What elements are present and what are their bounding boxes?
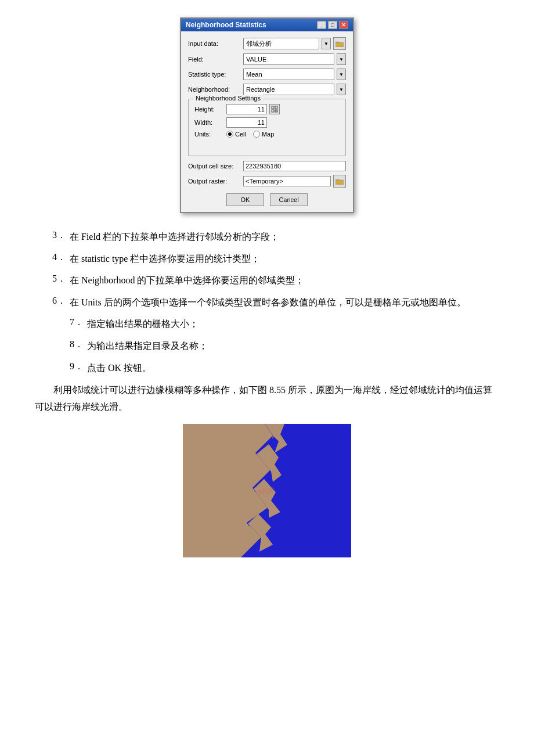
output-raster-input[interactable] (243, 176, 331, 186)
statistic-type-row: Statistic type: Mean ▼ (188, 69, 346, 80)
step-6-text: 在 Units 后的两个选项中选择一个邻域类型设置时各参数值的单位，可以是栅格单… (70, 295, 499, 310)
svg-rect-2 (272, 106, 274, 109)
input-data-dropdown-arrow[interactable]: ▼ (322, 38, 331, 49)
steps-section: 3． 在 Field 栏的下拉菜单中选择进行邻域分析的字段； 4． 在 stat… (35, 229, 499, 375)
output-cell-size-input[interactable] (243, 161, 346, 171)
height-input[interactable] (226, 104, 267, 114)
dialog-wrapper: Neighborhood Statistics _ □ ✕ Input data… (35, 17, 499, 213)
units-radio-group: Cell Map (226, 131, 274, 138)
statistic-type-value[interactable]: Mean (243, 69, 334, 80)
neighborhood-control: Rectangle ▼ (243, 84, 346, 95)
svg-rect-5 (275, 110, 277, 112)
height-label: Height: (194, 106, 226, 113)
cancel-button[interactable]: Cancel (270, 193, 308, 206)
close-button[interactable]: ✕ (339, 21, 348, 29)
output-raster-label: Output raster: (188, 178, 243, 185)
dialog-buttons: OK Cancel (188, 193, 346, 206)
step-7: 7． 指定输出结果的栅格大小； (35, 316, 499, 332)
step-3-text: 在 Field 栏的下拉菜单中选择进行邻域分析的字段； (70, 229, 499, 244)
units-cell-label: Cell (235, 131, 246, 138)
neighborhood-row: Neighborhood: Rectangle ▼ (188, 84, 346, 95)
folder-icon (335, 41, 344, 47)
height-icon-button[interactable] (269, 104, 280, 114)
ok-button[interactable]: OK (226, 193, 264, 206)
neighborhood-value[interactable]: Rectangle (243, 84, 334, 95)
coastline-image: Mon (183, 424, 351, 557)
field-dropdown-arrow[interactable]: ▼ (337, 53, 346, 65)
statistic-type-control: Mean ▼ (243, 69, 346, 80)
input-data-folder-button[interactable] (333, 37, 346, 50)
svg-rect-1 (335, 42, 339, 43)
units-row: Units: Cell Map (194, 131, 340, 138)
input-data-value[interactable]: 邻域分析 (243, 38, 319, 49)
height-row: Height: (194, 104, 340, 114)
units-cell-radio[interactable] (226, 131, 233, 138)
step-4-text: 在 statistic type 栏中选择你要运用的统计类型； (70, 251, 499, 267)
svg-rect-4 (272, 110, 274, 112)
statistic-type-label: Statistic type: (188, 71, 243, 78)
output-cell-size-row: Output cell size: (188, 161, 346, 171)
dialog-title-buttons: _ □ ✕ (317, 21, 348, 29)
step-9-text: 点击 OK 按钮。 (87, 361, 499, 376)
image-wrapper: Mon (35, 424, 499, 557)
input-data-row: Input data: 邻域分析 ▼ (188, 37, 346, 50)
units-map-label: Map (262, 131, 274, 138)
output-raster-folder-button[interactable] (333, 175, 346, 188)
spacer (194, 141, 340, 150)
field-row: Field: VALUE ▼ (188, 53, 346, 65)
neighborhood-statistics-dialog: Neighborhood Statistics _ □ ✕ Input data… (180, 17, 354, 213)
coastline-svg (183, 424, 351, 557)
width-row: Width: (194, 117, 340, 128)
svg-rect-3 (275, 106, 277, 109)
output-cell-size-label: Output cell size: (188, 163, 243, 170)
dialog-title-bar: Neighborhood Statistics _ □ ✕ (181, 19, 353, 31)
units-cell-option[interactable]: Cell (226, 131, 246, 138)
width-input[interactable] (226, 117, 267, 128)
field-value[interactable]: VALUE (243, 53, 334, 65)
neighborhood-label: Neighborhood: (188, 86, 243, 93)
dialog-title: Neighborhood Statistics (186, 21, 266, 29)
step-9-number: 9． (70, 361, 87, 376)
grid-icon (271, 106, 278, 113)
step-4: 4． 在 statistic type 栏中选择你要运用的统计类型； (35, 251, 499, 267)
step-6-number: 6． (52, 295, 70, 310)
units-map-radio[interactable] (253, 131, 260, 138)
step-5-text: 在 Neighborhood 的下拉菜单中选择你要运用的邻域类型； (70, 273, 499, 288)
width-label: Width: (194, 119, 226, 126)
neighborhood-settings-group: Neighborhood Settings Height: (188, 99, 346, 156)
field-label: Field: (188, 56, 243, 63)
restore-button[interactable]: □ (328, 21, 337, 29)
units-label: Units: (194, 131, 226, 138)
output-raster-row: Output raster: (188, 175, 346, 188)
svg-rect-7 (335, 179, 339, 181)
dialog-body: Input data: 邻域分析 ▼ Field: VALUE (181, 31, 353, 212)
step-7-number: 7． (70, 316, 87, 332)
units-map-option[interactable]: Map (253, 131, 274, 138)
step-3: 3． 在 Field 栏的下拉菜单中选择进行邻域分析的字段； (35, 229, 499, 244)
group-box-label: Neighborhood Settings (193, 95, 263, 102)
step-8-text: 为输出结果指定目录及名称； (87, 339, 499, 354)
neighborhood-dropdown-arrow[interactable]: ▼ (337, 84, 346, 95)
step-5-number: 5． (52, 273, 70, 288)
input-data-label: Input data: (188, 40, 243, 47)
minimize-button[interactable]: _ (317, 21, 326, 29)
step-9: 9． 点击 OK 按钮。 (35, 361, 499, 376)
statistic-type-dropdown-arrow[interactable]: ▼ (337, 69, 346, 80)
step-4-number: 4． (52, 251, 70, 267)
step-6: 6． 在 Units 后的两个选项中选择一个邻域类型设置时各参数值的单位，可以是… (35, 295, 499, 310)
step-7-text: 指定输出结果的栅格大小； (87, 316, 499, 332)
step-8: 8． 为输出结果指定目录及名称； (35, 339, 499, 354)
output-folder-icon (335, 178, 344, 185)
field-control: VALUE ▼ (243, 53, 346, 65)
step-8-number: 8． (70, 339, 87, 354)
step-3-number: 3． (52, 229, 70, 244)
step-5: 5． 在 Neighborhood 的下拉菜单中选择你要运用的邻域类型； (35, 273, 499, 288)
input-data-control: 邻域分析 ▼ (243, 37, 346, 50)
coastline-paragraph: 利用邻域统计可以进行边缘模糊等多种操作，如下图 8.55 所示，原图为一海岸线，… (35, 382, 499, 416)
